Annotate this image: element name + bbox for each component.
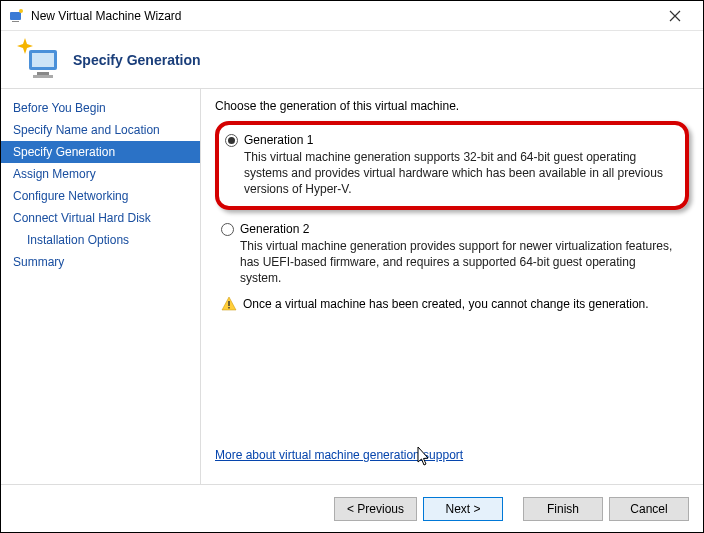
generation-1-description: This virtual machine generation supports… bbox=[244, 149, 675, 198]
step-sidebar: Before You Begin Specify Name and Locati… bbox=[1, 89, 201, 484]
svg-rect-5 bbox=[37, 72, 49, 75]
next-button[interactable]: Next > bbox=[423, 497, 503, 521]
step-installation-options[interactable]: Installation Options bbox=[1, 229, 200, 251]
radio-icon bbox=[225, 134, 238, 147]
cancel-button[interactable]: Cancel bbox=[609, 497, 689, 521]
page-title: Specify Generation bbox=[73, 52, 201, 68]
warning-icon bbox=[221, 296, 237, 312]
warning-row: Once a virtual machine has been created,… bbox=[215, 292, 689, 316]
step-connect-vhd[interactable]: Connect Virtual Hard Disk bbox=[1, 207, 200, 229]
svg-rect-1 bbox=[12, 21, 19, 22]
app-icon bbox=[9, 8, 25, 24]
step-summary[interactable]: Summary bbox=[1, 251, 200, 273]
wizard-header: Specify Generation bbox=[1, 31, 703, 89]
generation-1-radio[interactable]: Generation 1 bbox=[225, 133, 675, 147]
step-configure-networking[interactable]: Configure Networking bbox=[1, 185, 200, 207]
generation-1-label: Generation 1 bbox=[244, 133, 313, 147]
generation-2-block: Generation 2 This virtual machine genera… bbox=[215, 216, 689, 289]
close-button[interactable] bbox=[655, 2, 695, 30]
generation-2-radio[interactable]: Generation 2 bbox=[221, 222, 679, 236]
svg-rect-0 bbox=[10, 12, 21, 20]
warning-text: Once a virtual machine has been created,… bbox=[243, 296, 649, 312]
wizard-body: Before You Begin Specify Name and Locati… bbox=[1, 89, 703, 484]
main-panel: Choose the generation of this virtual ma… bbox=[201, 89, 703, 484]
svg-point-2 bbox=[19, 9, 23, 13]
svg-rect-7 bbox=[228, 301, 229, 306]
generation-2-label: Generation 2 bbox=[240, 222, 309, 236]
more-info-link[interactable]: More about virtual machine generation su… bbox=[215, 448, 463, 462]
window-title: New Virtual Machine Wizard bbox=[31, 9, 655, 23]
link-area: More about virtual machine generation su… bbox=[215, 440, 689, 474]
svg-rect-4 bbox=[32, 53, 54, 67]
step-specify-name[interactable]: Specify Name and Location bbox=[1, 119, 200, 141]
titlebar: New Virtual Machine Wizard bbox=[1, 1, 703, 31]
svg-rect-8 bbox=[228, 307, 229, 309]
svg-rect-6 bbox=[33, 75, 53, 78]
wizard-header-icon bbox=[15, 36, 63, 84]
radio-icon bbox=[221, 223, 234, 236]
close-icon bbox=[669, 10, 681, 22]
button-row: < Previous Next > Finish Cancel bbox=[1, 484, 703, 532]
highlighted-selection: Generation 1 This virtual machine genera… bbox=[215, 121, 689, 210]
finish-button[interactable]: Finish bbox=[523, 497, 603, 521]
generation-2-description: This virtual machine generation provides… bbox=[240, 238, 679, 287]
step-assign-memory[interactable]: Assign Memory bbox=[1, 163, 200, 185]
prompt-text: Choose the generation of this virtual ma… bbox=[215, 99, 689, 113]
wizard-window: New Virtual Machine Wizard Specify Gener… bbox=[0, 0, 704, 533]
step-before-you-begin[interactable]: Before You Begin bbox=[1, 97, 200, 119]
previous-button[interactable]: < Previous bbox=[334, 497, 417, 521]
step-specify-generation[interactable]: Specify Generation bbox=[1, 141, 200, 163]
